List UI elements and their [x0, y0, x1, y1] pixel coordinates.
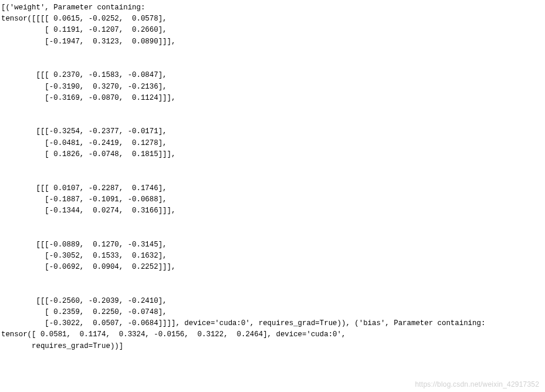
console-output: [('weight', Parameter containing: tensor… [0, 0, 545, 352]
watermark-text: https://blog.csdn.net/weixin_42917352 [415, 380, 539, 388]
